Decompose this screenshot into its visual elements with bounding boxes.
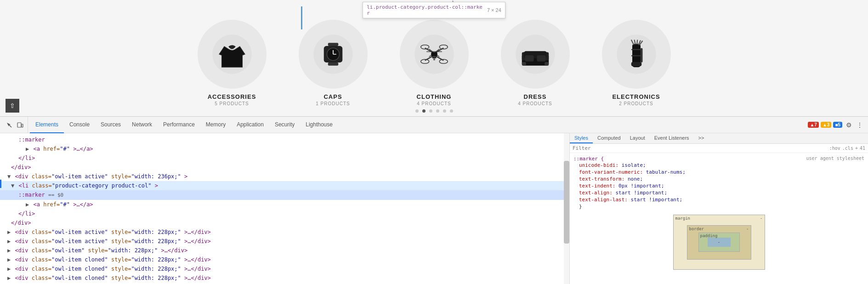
tab-memory[interactable]: Memory <box>200 117 231 133</box>
svg-rect-27 <box>522 62 526 65</box>
category-electronics[interactable]: ELECTRONICS 2 PRODUCTS <box>600 20 673 106</box>
category-caps[interactable]: CAPS 1 PRODUCTS <box>296 20 370 106</box>
tooltip-indicator-bar <box>301 6 302 29</box>
svg-point-22 <box>433 58 435 61</box>
html-scrollbar[interactable] <box>564 133 569 284</box>
filter-num[interactable]: 41 <box>860 146 865 151</box>
html-line[interactable]: ▶ <div class="owl-item" style="width: 22… <box>0 246 569 255</box>
category-clothing[interactable]: CLOTHING 4 PRODUCTS <box>397 20 471 106</box>
tab-performance[interactable]: Performance <box>158 117 200 133</box>
category-name-electronics: ELECTRONICS <box>612 93 660 100</box>
category-count-dress: 4 PRODUCTS <box>518 101 552 106</box>
arabic-text: تصفُّح المنتجات الأخيرة <box>408 2 460 9</box>
category-circle-electronics <box>602 20 671 89</box>
styles-tab-event-listeners[interactable]: Event Listeners <box>650 133 694 143</box>
category-name-accessories: ACCESSORIES <box>208 93 256 100</box>
html-line[interactable]: </li> <box>0 153 569 163</box>
svg-rect-3 <box>328 62 338 66</box>
category-name-caps: CAPS <box>323 93 342 100</box>
html-line[interactable]: ▶ <a href="#" >…</a> <box>0 200 569 209</box>
css-rule-marker: ::marker { user agent stylesheet unicode… <box>570 155 868 211</box>
dots-row <box>0 109 868 113</box>
filter-hov[interactable]: :hov <box>829 146 840 151</box>
svg-rect-44 <box>17 123 21 127</box>
filter-cls[interactable]: .cls <box>842 146 853 151</box>
box-border-label: border <box>689 227 704 231</box>
html-line[interactable]: ▶ <div class="owl-item cloned" style="wi… <box>0 255 569 264</box>
category-count-clothing: 4 PRODUCTS <box>417 101 451 106</box>
svg-line-37 <box>637 40 637 44</box>
svg-rect-42 <box>641 48 643 62</box>
devtools-icons-left <box>2 117 28 133</box>
css-property-text-indent: text-indent: 0px !important; <box>570 182 868 189</box>
svg-rect-45 <box>22 124 23 127</box>
pseudo-marker: ::marker <box>18 136 45 143</box>
clothing-icon <box>414 34 455 75</box>
dot-4[interactable] <box>443 109 446 113</box>
category-circle-accessories <box>198 20 267 89</box>
devtools-tabs-right: ▲7 ▲3 ■5 ⚙ ⋮ <box>808 120 866 130</box>
category-accessories[interactable]: ACCESSORIES 5 PRODUCTS <box>195 20 269 106</box>
category-circle-caps <box>299 20 368 89</box>
category-count-accessories: 5 PRODUCTS <box>215 101 249 106</box>
html-line[interactable]: </li> <box>0 209 569 218</box>
svg-rect-28 <box>545 62 549 65</box>
box-border: border - padding - <box>687 225 751 260</box>
dot-3[interactable] <box>436 109 439 113</box>
category-name-dress: DRESS <box>524 93 547 100</box>
badge-errors: ▲7 <box>808 122 818 128</box>
electronics-icon <box>616 34 657 75</box>
html-scrollbar-thumb[interactable] <box>564 161 569 244</box>
inspect-element-icon[interactable] <box>5 120 14 130</box>
device-toolbar-icon[interactable] <box>16 120 25 130</box>
html-line[interactable]: ▶ <div class="owl-item active" style="wi… <box>0 237 569 246</box>
styles-tab-layout[interactable]: Layout <box>625 133 650 143</box>
tab-elements[interactable]: Elements <box>30 117 64 133</box>
caps-icon <box>312 34 354 75</box>
category-count-electronics: 2 PRODUCTS <box>619 101 653 106</box>
box-margin-value: - <box>760 216 762 221</box>
css-property-font-variant: font-variant-numeric: tabular-nums; <box>570 169 868 176</box>
styles-tab-styles[interactable]: Styles <box>570 133 593 143</box>
dot-5[interactable] <box>450 109 453 113</box>
dress-icon <box>515 34 556 75</box>
styles-filter-row: :hov .cls + 41 <box>570 144 868 153</box>
styles-tab-computed[interactable]: Computed <box>593 133 625 143</box>
styles-body: ::marker { user agent stylesheet unicode… <box>570 153 868 284</box>
devtools-body: ::marker ▶ <a href="#" >…</a> </li> </di… <box>0 133 868 284</box>
tab-lighthouse[interactable]: Lighthouse <box>300 117 338 133</box>
box-content: - <box>708 238 731 247</box>
html-line[interactable]: ▶ <a href="#" >…</a> <box>0 144 569 153</box>
svg-rect-31 <box>537 55 545 62</box>
more-options-icon[interactable]: ⋮ <box>855 120 864 130</box>
badge-info: ■5 <box>833 122 842 128</box>
dot-1[interactable] <box>422 109 425 113</box>
dot-0[interactable] <box>415 109 419 113</box>
html-line-selected[interactable]: ::marker == $0 <box>0 190 569 200</box>
svg-rect-20 <box>431 52 437 56</box>
tab-console[interactable]: Console <box>64 117 95 133</box>
badge-warnings: ▲3 <box>821 122 831 128</box>
dot-2[interactable] <box>429 109 432 113</box>
styles-tab-more[interactable]: >> <box>694 133 709 143</box>
html-line-highlighted[interactable]: ▼ <li class="product-category product-co… <box>0 181 569 190</box>
settings-icon[interactable]: ⚙ <box>844 120 853 130</box>
html-line[interactable]: ▶ <div class="owl-item cloned" style="wi… <box>0 264 569 273</box>
tab-application[interactable]: Application <box>231 117 269 133</box>
html-line[interactable]: ::marker <box>0 135 569 144</box>
filter-plus[interactable]: + <box>855 146 858 151</box>
css-property-text-transform: text-transform: none; <box>570 176 868 182</box>
styles-tabs: Styles Computed Layout Event Listeners >… <box>570 133 868 144</box>
svg-rect-40 <box>631 49 641 50</box>
html-line[interactable]: </div> <box>0 218 569 227</box>
html-line[interactable]: ▶ <div class="owl-item active" style="wi… <box>0 227 569 237</box>
html-line[interactable]: </div> <box>0 163 569 172</box>
tab-sources[interactable]: Sources <box>95 117 126 133</box>
html-line[interactable]: ▼ <div class="owl-item active" style="wi… <box>0 172 569 181</box>
styles-filter-input[interactable] <box>573 145 828 151</box>
categories-row: ACCESSORIES 5 PRODUCTS CAPS 1 PRODUCTS <box>195 11 673 106</box>
tab-security[interactable]: Security <box>269 117 300 133</box>
tab-network[interactable]: Network <box>126 117 158 133</box>
html-line[interactable]: ▶ <div class="owl-item cloned" style="wi… <box>0 273 569 283</box>
category-dress[interactable]: DRESS 4 PRODUCTS <box>499 20 572 106</box>
